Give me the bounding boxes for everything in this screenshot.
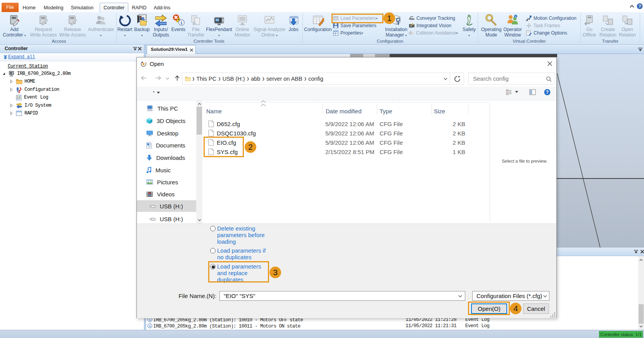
- svg-text:?: ?: [546, 90, 549, 95]
- svg-text:?: ?: [639, 4, 641, 9]
